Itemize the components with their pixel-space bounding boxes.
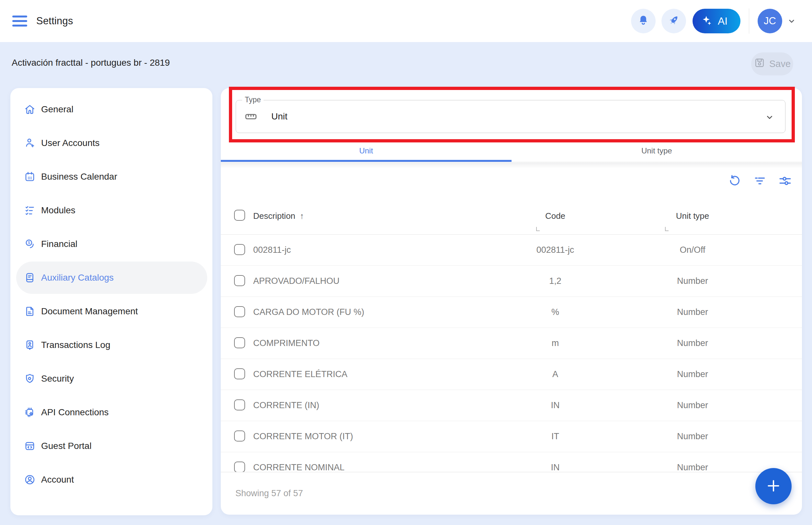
tab-unit[interactable]: Unit bbox=[221, 142, 512, 162]
header-divider bbox=[749, 9, 749, 34]
table-row[interactable]: CORRENTE MOTOR (IT) IT Number bbox=[221, 421, 802, 452]
cell-code: 002811-jc bbox=[485, 245, 625, 255]
sidebar-item-modules[interactable]: Modules bbox=[16, 194, 207, 227]
column-header-code[interactable]: Code bbox=[485, 211, 625, 221]
cell-description: COMPRIMENTO bbox=[253, 338, 485, 348]
column-header-label: Description bbox=[253, 211, 295, 221]
column-resize-handle[interactable] bbox=[536, 227, 540, 231]
ai-assistant-button[interactable]: AI bbox=[693, 9, 740, 33]
type-chevron-down-icon bbox=[764, 112, 775, 122]
row-checkbox[interactable] bbox=[234, 462, 245, 472]
cell-unit-type: Number bbox=[625, 432, 759, 441]
sidebar-item-document-management[interactable]: Document Management bbox=[16, 295, 207, 328]
cell-unit-type: Number bbox=[625, 276, 759, 286]
floppy-disk-icon bbox=[754, 57, 765, 71]
cell-code: IT bbox=[485, 432, 625, 441]
cell-description: APROVADO/FALHOU bbox=[253, 276, 485, 286]
type-select-field[interactable]: Type Unit bbox=[236, 100, 785, 133]
table-row[interactable]: CORRENTE (IN) IN Number bbox=[221, 390, 802, 421]
sidebar-item-transactions-log[interactable]: Transactions Log bbox=[16, 329, 207, 361]
sidebar-item-account[interactable]: Account bbox=[16, 464, 207, 496]
app-title: Settings bbox=[36, 15, 73, 27]
shield-icon bbox=[24, 373, 35, 385]
sidebar-item-label: Guest Portal bbox=[41, 441, 92, 451]
sidebar-item-label: Auxiliary Catalogs bbox=[41, 272, 114, 283]
coin-dollar-icon: $ bbox=[24, 238, 35, 250]
table-row[interactable]: CORRENTE NOMINAL IN Number bbox=[221, 452, 802, 472]
table-row[interactable]: CORRENTE ELÉTRICA A Number bbox=[221, 359, 802, 390]
select-all-checkbox[interactable] bbox=[234, 210, 245, 221]
cell-unit-type: Number bbox=[625, 369, 759, 379]
table-footer: Showing 57 of 57 bbox=[221, 472, 802, 515]
table-row[interactable]: 002811-jc 002811-jc On/Off bbox=[221, 235, 802, 266]
hamburger-menu-icon[interactable] bbox=[12, 16, 27, 27]
sidebar-item-financial[interactable]: $ Financial bbox=[16, 228, 207, 260]
cell-code: IN bbox=[485, 463, 625, 472]
table-header-row: Description ↑ Code Unit type bbox=[221, 197, 802, 235]
cell-description: CORRENTE MOTOR (IT) bbox=[253, 432, 485, 441]
profile-chevron-down-icon[interactable] bbox=[787, 16, 796, 26]
sort-ascending-icon: ↑ bbox=[300, 211, 304, 221]
page-title: Activación fracttal - portugues br - 281… bbox=[12, 58, 170, 68]
sparkle-icon bbox=[700, 14, 713, 28]
cell-code: m bbox=[485, 338, 625, 348]
row-checkbox[interactable] bbox=[234, 306, 245, 317]
filter-icon[interactable] bbox=[753, 174, 767, 188]
cell-unit-type: On/Off bbox=[625, 245, 759, 255]
column-resize-handle[interactable] bbox=[665, 227, 668, 231]
user-circle-icon bbox=[24, 474, 35, 485]
sidebar-item-auxiliary-catalogs[interactable]: Auxiliary Catalogs bbox=[16, 261, 207, 294]
sidebar-item-user-accounts[interactable]: User Accounts bbox=[16, 127, 207, 159]
row-checkbox[interactable] bbox=[234, 368, 245, 379]
cell-unit-type: Number bbox=[625, 400, 759, 410]
sidebar-item-label: Business Calendar bbox=[41, 171, 117, 182]
calendar-icon bbox=[24, 171, 35, 182]
whats-new-button[interactable] bbox=[662, 9, 686, 33]
ruler-icon bbox=[244, 110, 258, 123]
add-unit-fab[interactable] bbox=[755, 468, 792, 504]
document-icon bbox=[24, 305, 35, 317]
row-checkbox[interactable] bbox=[234, 275, 245, 286]
table-row[interactable]: COMPRIMENTO m Number bbox=[221, 328, 802, 359]
cell-code: 1,2 bbox=[485, 276, 625, 286]
refresh-icon[interactable] bbox=[727, 174, 742, 188]
bell-icon bbox=[637, 14, 650, 28]
column-header-unit-type[interactable]: Unit type bbox=[625, 211, 759, 221]
column-settings-icon[interactable] bbox=[778, 174, 792, 188]
table-row[interactable]: APROVADO/FALHOU 1,2 Number bbox=[221, 266, 802, 297]
notifications-button[interactable] bbox=[631, 9, 655, 33]
tab-bar-shadow bbox=[221, 163, 802, 168]
cell-code: IN bbox=[485, 400, 625, 410]
sidebar-item-label: User Accounts bbox=[41, 138, 100, 148]
top-bar: Settings AI JC bbox=[0, 0, 812, 42]
unit-table-body: 002811-jc 002811-jc On/Off APROVADO/FALH… bbox=[221, 235, 802, 472]
settings-sidebar: General User Accounts Business Calendar … bbox=[10, 88, 212, 515]
row-checkbox[interactable] bbox=[234, 244, 245, 255]
type-field-value: Unit bbox=[271, 111, 287, 122]
sidebar-item-general[interactable]: General bbox=[16, 93, 207, 125]
column-header-description[interactable]: Description ↑ bbox=[253, 211, 485, 221]
row-count-status: Showing 57 of 57 bbox=[235, 489, 303, 498]
save-button[interactable]: Save bbox=[751, 52, 793, 75]
id-badge-icon bbox=[24, 339, 35, 351]
row-checkbox[interactable] bbox=[234, 337, 245, 348]
sidebar-item-api-connections[interactable]: API Connections bbox=[16, 396, 207, 429]
tab-unit-type[interactable]: Unit type bbox=[512, 142, 802, 162]
row-checkbox[interactable] bbox=[234, 400, 245, 410]
sidebar-item-business-calendar[interactable]: Business Calendar bbox=[16, 161, 207, 193]
row-checkbox[interactable] bbox=[234, 431, 245, 441]
sidebar-item-label: Financial bbox=[41, 239, 77, 249]
svg-text:$: $ bbox=[28, 240, 30, 245]
user-plus-icon bbox=[24, 137, 35, 149]
cell-unit-type: Number bbox=[625, 463, 759, 472]
plus-icon bbox=[765, 477, 782, 495]
cell-description: CORRENTE NOMINAL bbox=[253, 463, 485, 472]
sidebar-item-label: Transactions Log bbox=[41, 340, 110, 350]
user-avatar[interactable]: JC bbox=[758, 9, 782, 33]
sidebar-item-security[interactable]: Security bbox=[16, 362, 207, 395]
table-row[interactable]: CARGA DO MOTOR (FU %) % Number bbox=[221, 297, 802, 328]
cell-code: % bbox=[485, 307, 625, 317]
sidebar-item-label: Security bbox=[41, 374, 74, 384]
sidebar-item-guest-portal[interactable]: Guest Portal bbox=[16, 430, 207, 462]
save-button-label: Save bbox=[769, 59, 791, 69]
